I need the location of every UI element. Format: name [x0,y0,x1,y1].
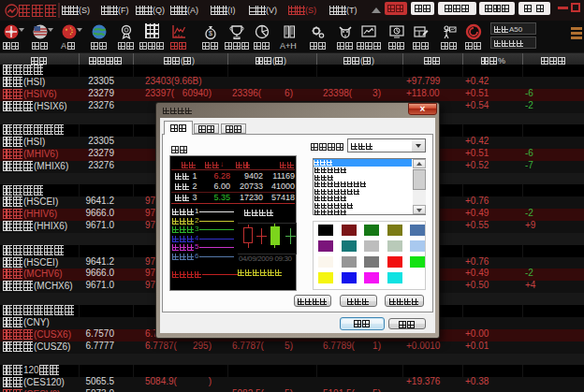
svg-text:$: $ [209,30,212,36]
